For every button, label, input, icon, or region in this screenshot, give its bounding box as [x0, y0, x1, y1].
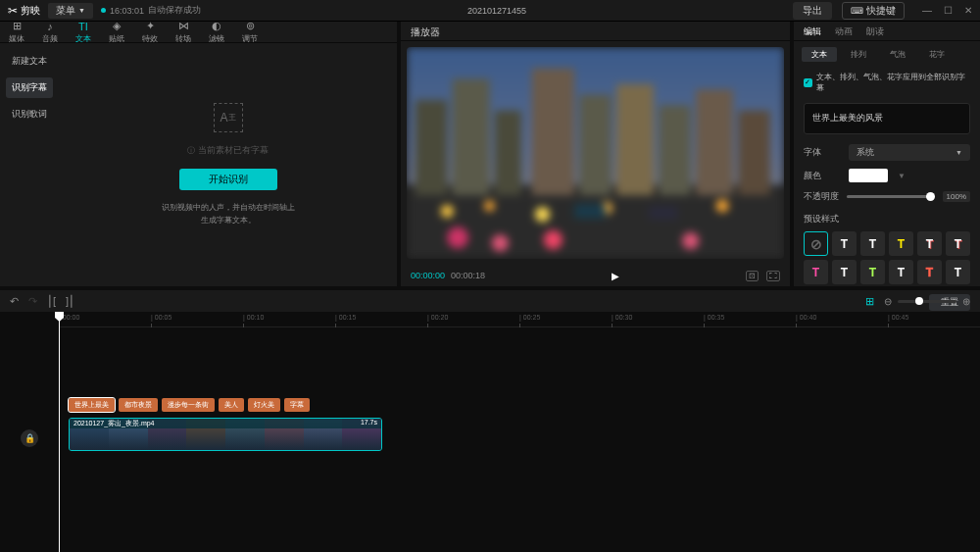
sub-tab-1[interactable]: 排列 [841, 47, 876, 62]
preset-6[interactable]: T [832, 260, 857, 284]
preset-3[interactable]: T [917, 231, 942, 256]
preset-label: 预设样式 [794, 207, 980, 227]
ruler-tick: | 00:45 [888, 314, 908, 321]
text-clip[interactable]: 美人 [219, 398, 244, 412]
side-item-2[interactable]: 识别歌词 [6, 104, 53, 125]
preset-10[interactable]: T [946, 260, 970, 284]
side-item-0[interactable]: 新建文本 [6, 51, 53, 72]
svg-rect-17 [574, 204, 606, 219]
ruler-tick: | 00:15 [335, 314, 356, 321]
sub-tab-0[interactable]: 文本 [802, 47, 837, 62]
svg-point-19 [447, 227, 468, 249]
preset-8[interactable]: T [889, 260, 913, 284]
player-title: 播放器 [401, 22, 790, 41]
sub-tab-3[interactable]: 花字 [919, 47, 955, 62]
preset-9[interactable]: T [917, 260, 942, 284]
project-title: 202101271455 [209, 6, 785, 16]
svg-point-12 [484, 201, 495, 212]
text-clip[interactable]: 漫步每一条街 [162, 398, 215, 412]
sub-tab-2[interactable]: 气泡 [880, 47, 915, 62]
svg-point-16 [716, 200, 729, 213]
opacity-value: 100% [943, 191, 970, 202]
svg-point-13 [535, 207, 550, 222]
split-icon[interactable]: ⎮[ [47, 295, 56, 308]
media-tab-1[interactable]: ♪音频 [33, 22, 67, 42]
media-tab-2[interactable]: TI文本 [67, 22, 100, 42]
preset-1[interactable]: T [860, 231, 885, 256]
media-tab-0[interactable]: ⊞媒体 [0, 22, 33, 42]
start-recognize-button[interactable]: 开始识别 [179, 169, 277, 190]
svg-rect-4 [495, 111, 521, 195]
ruler-tick: | 00:10 [243, 314, 264, 321]
playhead[interactable] [59, 312, 60, 552]
undo-icon[interactable]: ↶ [10, 295, 19, 308]
redo-icon[interactable]: ↷ [28, 295, 37, 308]
snap-icon[interactable]: ⊞ [865, 295, 874, 308]
svg-rect-3 [453, 78, 490, 195]
maximize-icon[interactable]: ☐ [944, 5, 953, 16]
ruler-tick: | 00:20 [427, 314, 448, 321]
right-tab-0[interactable]: 编辑 [804, 25, 821, 36]
preset-7[interactable]: T [860, 260, 885, 284]
right-tab-1[interactable]: 动画 [835, 25, 853, 36]
svg-rect-9 [696, 89, 733, 195]
svg-point-20 [492, 234, 509, 251]
player-viewport[interactable] [407, 47, 784, 259]
fullscreen-icon[interactable]: ⛶ [766, 271, 780, 281]
opacity-slider[interactable] [847, 195, 935, 198]
media-tab-6[interactable]: ◐滤镜 [200, 22, 233, 42]
font-label: 字体 [804, 146, 839, 159]
ruler-tick: | 00:25 [519, 314, 540, 321]
svg-rect-5 [532, 69, 574, 196]
menu-button[interactable]: 菜单▼ [48, 3, 93, 19]
color-label: 颜色 [804, 170, 839, 182]
chevron-down-icon[interactable]: ▼ [898, 172, 906, 180]
svg-rect-10 [738, 111, 769, 195]
zoom-slider[interactable] [898, 300, 956, 303]
shortcut-button[interactable]: ⌨快捷键 [842, 2, 905, 20]
preset-4[interactable]: T [946, 231, 970, 256]
text-clip[interactable]: 灯火美 [248, 398, 280, 412]
color-swatch[interactable] [849, 169, 888, 182]
apply-all-checkbox[interactable]: ✓文本、排列、气泡、花字应用到全部识别字幕 [794, 68, 980, 97]
right-tab-2[interactable]: 朗读 [866, 25, 884, 36]
text-clip[interactable]: 字幕 [284, 398, 310, 412]
svg-rect-6 [579, 95, 611, 196]
ratio-icon[interactable]: ⊡ [746, 271, 759, 281]
font-select[interactable]: 系统▼ [849, 144, 970, 161]
preset-2[interactable]: T [889, 231, 913, 256]
svg-point-11 [441, 205, 454, 218]
media-tab-3[interactable]: ◈贴纸 [100, 22, 133, 42]
preset-0[interactable]: T [832, 231, 857, 256]
svg-rect-18 [649, 206, 678, 220]
autosave-status: 16:03:01 自动保存成功 [101, 4, 201, 17]
text-clip[interactable]: 都市夜景 [119, 398, 158, 412]
svg-rect-7 [616, 84, 654, 195]
export-button[interactable]: 导出 [793, 2, 832, 20]
text-clip[interactable]: 世界上最美 [69, 398, 115, 412]
side-item-1[interactable]: 识别字幕 [6, 77, 53, 98]
minimize-icon[interactable]: — [922, 5, 932, 16]
media-tab-4[interactable]: ✦特效 [133, 22, 167, 42]
video-clip[interactable]: 20210127_雾出_夜景.mp417.7s [69, 418, 382, 451]
svg-rect-1 [407, 184, 784, 259]
preset-none[interactable]: ⊘ [804, 231, 828, 256]
track-lock-icon[interactable]: 🔒 [21, 429, 38, 447]
svg-point-22 [682, 232, 699, 249]
media-tab-5[interactable]: ⋈转场 [167, 22, 200, 42]
text-content-input[interactable]: 世界上最美的风景 [804, 103, 970, 134]
current-time: 00:00:00 [411, 271, 445, 280]
zoom-out-icon[interactable]: ⊖ [884, 296, 892, 307]
cut-icon[interactable]: ]⎮ [66, 295, 74, 308]
ruler-tick: | 00:05 [151, 314, 172, 321]
zoom-in-icon[interactable]: ⊕ [962, 296, 970, 307]
duration-time: 00:00:18 [451, 271, 485, 280]
close-icon[interactable]: ✕ [964, 5, 972, 16]
placeholder-text: ⓘ 当前素材已有字幕 [187, 144, 268, 157]
preset-5[interactable]: T [804, 260, 828, 284]
hint-text: 识别视频中的人声，并自动在时间轴上 生成字幕文本。 [162, 202, 295, 227]
media-tab-7[interactable]: ⊚调节 [233, 22, 267, 42]
app-logo: ✂剪映 [8, 4, 40, 18]
play-icon[interactable]: ▶ [612, 271, 619, 281]
ruler-tick: | 00:40 [796, 314, 816, 321]
